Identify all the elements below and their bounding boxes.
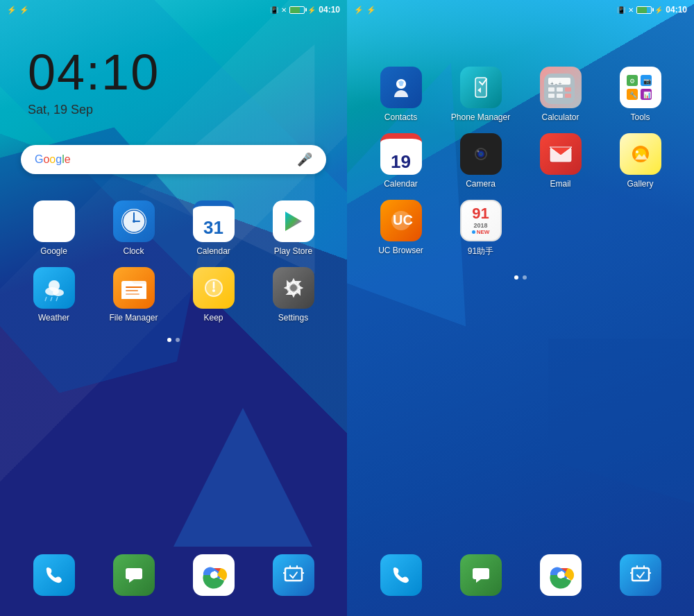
clock-time: 04:10 bbox=[28, 47, 319, 97]
app-settings[interactable]: Settings bbox=[253, 262, 333, 328]
r-chrome-svg bbox=[545, 560, 576, 590]
dock-chrome[interactable] bbox=[174, 549, 253, 606]
app-playstore-icon bbox=[273, 200, 314, 242]
usb-icon-r2: ⚡ bbox=[366, 6, 376, 15]
google-search-bar[interactable]: Google 🎤 bbox=[21, 145, 326, 174]
app-calendar-icon: 31 bbox=[193, 200, 235, 242]
phone-svg bbox=[44, 565, 65, 585]
clock-widget: 04:10 Sat, 19 Sep bbox=[0, 19, 347, 124]
app-settings-label: Settings bbox=[278, 313, 308, 323]
dock-messages-icon bbox=[113, 554, 155, 596]
email-svg bbox=[545, 139, 576, 169]
left-page-dots bbox=[0, 335, 347, 345]
right-dock-chrome[interactable] bbox=[520, 549, 600, 606]
right-dock-phone[interactable] bbox=[361, 549, 441, 606]
r-screenshot-svg bbox=[630, 565, 651, 585]
filemanager-svg bbox=[119, 273, 149, 303]
app-calendar[interactable]: 31 Calendar bbox=[174, 195, 253, 262]
right-app-grid: Contacts Phone Manager bbox=[347, 19, 694, 270]
battery-icon-r bbox=[636, 6, 652, 14]
app-phonemanager[interactable]: Phone Manager bbox=[441, 61, 520, 128]
vibrate-icon-r: 📳 bbox=[617, 6, 625, 14]
app-ucbrowser[interactable]: UC UC Browser bbox=[361, 194, 441, 263]
vibrate-icon: 📳 bbox=[270, 6, 278, 14]
battery-fill-r bbox=[637, 7, 647, 13]
svg-text:📊: 📊 bbox=[643, 91, 652, 99]
svg-rect-23 bbox=[126, 568, 142, 579]
contacts-svg bbox=[389, 75, 414, 100]
app-calculator-icon: + - ÷ bbox=[540, 67, 582, 108]
svg-point-62 bbox=[636, 151, 638, 153]
app-camera[interactable]: Camera bbox=[441, 128, 520, 194]
app-google-label: Google bbox=[40, 246, 67, 256]
app-weather-label: Weather bbox=[38, 313, 69, 323]
weather-svg bbox=[40, 273, 69, 302]
app-playstore[interactable]: Play Store bbox=[253, 195, 333, 262]
app-calendar19-label: Calendar bbox=[384, 179, 418, 189]
svg-point-19 bbox=[212, 289, 215, 292]
svg-point-55 bbox=[477, 151, 479, 153]
app-contacts[interactable]: Contacts bbox=[361, 61, 441, 128]
ucbrowser-svg: UC bbox=[386, 205, 416, 236]
app-playstore-label: Play Store bbox=[274, 246, 312, 256]
app-tools[interactable]: ⚙ 📷 🔧 📊 Tools bbox=[600, 61, 680, 128]
svg-point-27 bbox=[210, 572, 217, 579]
svg-line-12 bbox=[56, 297, 58, 301]
app-calendar-label: Calendar bbox=[196, 246, 230, 256]
app-email-label: Email bbox=[550, 179, 570, 189]
dock-screenshot[interactable] bbox=[253, 549, 333, 606]
messages-svg bbox=[124, 565, 144, 585]
app-clock[interactable]: Clock bbox=[94, 195, 174, 262]
app-calendar19[interactable]: 19 Calendar bbox=[361, 128, 441, 194]
right-status-bar: ⚡ ⚡ 📳 ✕ ⚡ 04:10 bbox=[347, 0, 694, 19]
right-dock-messages[interactable] bbox=[441, 549, 520, 606]
app-ucbrowser-label: UC Browser bbox=[378, 246, 423, 255]
app-weather[interactable]: Weather bbox=[14, 262, 94, 328]
app-email[interactable]: Email bbox=[520, 128, 600, 194]
dot-2 bbox=[176, 338, 180, 342]
left-app-grid: Google Clock 31 Calendar bbox=[0, 188, 347, 335]
mic-icon[interactable]: 🎤 bbox=[297, 152, 312, 167]
right-dot-2 bbox=[523, 275, 527, 280]
battery-fill bbox=[290, 7, 300, 13]
app-google[interactable]: Google bbox=[14, 195, 94, 262]
svg-point-54 bbox=[480, 153, 482, 155]
app-clock-label: Clock bbox=[123, 246, 144, 256]
calculator-svg: + - ÷ bbox=[544, 74, 575, 104]
dock-screenshot-icon bbox=[273, 554, 314, 596]
app-weather-icon bbox=[33, 267, 75, 309]
right-dock bbox=[347, 542, 694, 616]
svg-rect-65 bbox=[473, 568, 489, 579]
svg-rect-35 bbox=[557, 87, 563, 92]
dock-phone-icon bbox=[33, 554, 75, 596]
chrome-svg bbox=[198, 560, 229, 590]
dock-messages[interactable] bbox=[94, 549, 174, 606]
svg-marker-66 bbox=[476, 579, 481, 583]
lightning-icon-r: ⚡ bbox=[654, 6, 663, 14]
app-keep[interactable]: Keep bbox=[174, 262, 253, 328]
battery-icon bbox=[289, 6, 305, 14]
svg-point-22 bbox=[290, 284, 297, 291]
app-contacts-label: Contacts bbox=[384, 112, 417, 122]
right-dock-screenshot[interactable] bbox=[600, 549, 680, 606]
calendar-day: 31 bbox=[203, 217, 223, 239]
app-91[interactable]: 91 2018 NEW 91助手 bbox=[441, 194, 520, 263]
app-ucbrowser-icon: UC bbox=[380, 200, 422, 241]
r-phone-svg bbox=[391, 565, 412, 585]
left-status-bar: ⚡ ⚡ 📳 ✕ ⚡ 04:10 bbox=[0, 0, 347, 19]
app-camera-icon bbox=[460, 133, 502, 175]
google-logo: Google bbox=[35, 153, 71, 166]
app-camera-label: Camera bbox=[466, 179, 496, 189]
app-gallery[interactable]: Gallery bbox=[600, 128, 680, 194]
svg-rect-38 bbox=[557, 94, 563, 98]
left-status-left: ⚡ ⚡ bbox=[7, 6, 29, 15]
app-tools-icon: ⚙ 📷 🔧 📊 bbox=[620, 67, 661, 108]
app-gallery-label: Gallery bbox=[627, 179, 653, 189]
dock-phone[interactable] bbox=[14, 549, 94, 606]
svg-rect-36 bbox=[565, 87, 571, 92]
right-status-right: 📳 ✕ ⚡ 04:10 bbox=[617, 5, 687, 15]
svg-point-69 bbox=[557, 572, 564, 579]
camera-svg bbox=[466, 139, 496, 169]
app-calculator[interactable]: + - ÷ Calculator bbox=[520, 61, 600, 128]
app-filemanager[interactable]: File Manager bbox=[94, 262, 174, 328]
